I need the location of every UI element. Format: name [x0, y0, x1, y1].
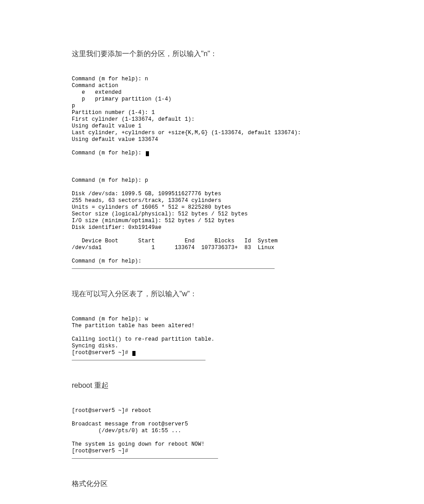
terminal-block-1: Command (m for help): n Command action e… [72, 76, 352, 157]
terminal-text-3: Command (m for help): w The partition ta… [72, 316, 214, 356]
heading-format-partition: 格式化分区 [72, 479, 352, 489]
cursor-icon [132, 351, 136, 356]
terminal-output-reboot: [root@server5 ~]# reboot Broadcast messa… [72, 408, 218, 455]
heading-new-partition: 这里我们要添加一个新的分区，所以输入"n"： [72, 49, 352, 59]
divider-rule [72, 458, 218, 459]
divider-rule [72, 268, 275, 269]
document-page: 这里我们要添加一个新的分区，所以输入"n"： Command (m for he… [0, 0, 424, 504]
terminal-output-p: Command (m for help): p Disk /dev/sda: 1… [72, 177, 275, 265]
divider-rule [72, 360, 205, 360]
heading-write-table: 现在可以写入分区表了，所以输入"w"： [72, 289, 352, 299]
terminal-block-3: Command (m for help): w The partition ta… [72, 316, 352, 360]
cursor-icon [146, 151, 149, 156]
terminal-output-n: Command (m for help): n Command action e… [72, 76, 295, 157]
terminal-output-w: Command (m for help): w The partition ta… [72, 316, 205, 356]
terminal-text-1: Command (m for help): n Command action e… [72, 76, 301, 156]
terminal-block-2: Command (m for help): p Disk /dev/sda: 1… [72, 177, 352, 269]
heading-reboot: reboot 重起 [72, 381, 352, 390]
terminal-block-4: [root@server5 ~]# reboot Broadcast messa… [72, 408, 352, 459]
